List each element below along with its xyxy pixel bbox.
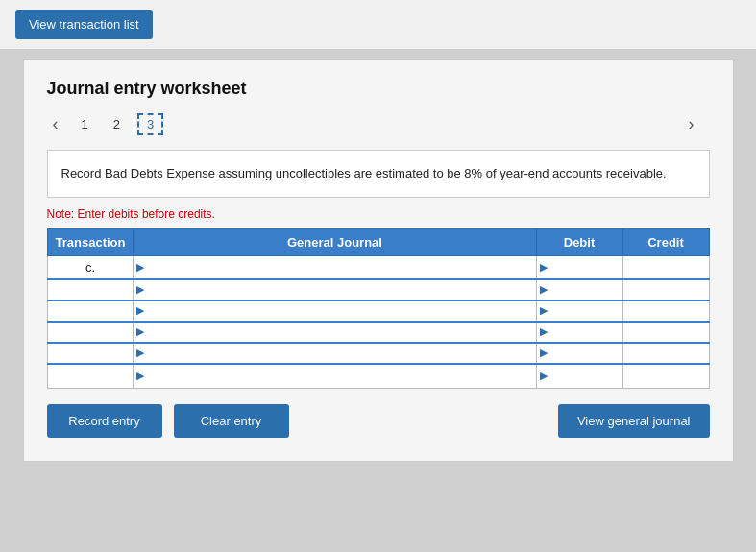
row-arrow-icon: ▶ xyxy=(134,283,144,296)
journal-cell[interactable]: ▶ xyxy=(134,322,536,343)
credit-input[interactable] xyxy=(623,280,709,300)
debit-arrow-icon: ▶ xyxy=(537,283,548,296)
pagination-page-1[interactable]: 1 xyxy=(74,115,96,133)
instruction-box: Record Bad Debts Expense assuming uncoll… xyxy=(47,150,710,198)
journal-cell[interactable]: ▶ xyxy=(134,364,536,389)
debit-arrow-icon: ▶ xyxy=(537,370,548,382)
credit-cell[interactable] xyxy=(622,364,709,389)
debit-arrow-icon: ▶ xyxy=(537,261,548,274)
pagination-spacer: › xyxy=(173,112,709,136)
row-arrow-icon: ▶ xyxy=(134,261,144,274)
header-credit: Credit xyxy=(622,228,709,255)
debit-input[interactable] xyxy=(548,301,622,321)
credit-cell[interactable] xyxy=(622,343,709,364)
table-row: ▶ ▶ xyxy=(47,322,709,343)
table-row: ▶ ▶ xyxy=(47,300,709,322)
journal-input[interactable] xyxy=(144,301,535,321)
credit-input[interactable] xyxy=(623,323,709,342)
debit-arrow-icon: ▶ xyxy=(537,325,548,338)
debit-input[interactable] xyxy=(548,365,622,389)
table-row: ▶ ▶ xyxy=(47,343,709,364)
debit-input[interactable] xyxy=(548,280,622,300)
transaction-cell xyxy=(47,279,134,300)
debit-input[interactable] xyxy=(548,344,622,363)
debit-cell[interactable]: ▶ xyxy=(536,322,622,343)
debit-input[interactable] xyxy=(548,256,622,278)
credit-cell[interactable] xyxy=(622,279,709,300)
debit-cell[interactable]: ▶ xyxy=(536,343,622,364)
credit-cell[interactable] xyxy=(622,300,709,322)
credit-cell[interactable] xyxy=(622,255,709,279)
main-container: Journal entry worksheet ‹ 1 2 3 › Record… xyxy=(23,59,734,462)
pagination-page-3[interactable]: 3 xyxy=(137,113,163,135)
debit-cell[interactable]: ▶ xyxy=(536,300,622,322)
journal-input[interactable] xyxy=(144,344,535,363)
debit-arrow-icon: ▶ xyxy=(537,304,548,317)
pagination-prev[interactable]: ‹ xyxy=(47,112,64,136)
credit-input[interactable] xyxy=(623,301,709,321)
journal-input[interactable] xyxy=(144,280,535,300)
header-debit: Debit xyxy=(536,228,622,255)
note-text: Note: Enter debits before credits. xyxy=(47,207,710,221)
header-transaction: Transaction xyxy=(47,228,134,255)
debit-cell[interactable]: ▶ xyxy=(536,255,622,279)
credit-input[interactable] xyxy=(623,256,709,278)
transaction-cell: c. xyxy=(47,255,134,279)
view-transaction-button[interactable]: View transaction list xyxy=(15,10,153,39)
debit-arrow-icon: ▶ xyxy=(537,347,548,359)
worksheet-title: Journal entry worksheet xyxy=(47,79,710,99)
table-row: ▶ ▶ xyxy=(47,279,709,300)
top-bar: View transaction list xyxy=(0,0,756,49)
journal-cell[interactable]: ▶ xyxy=(134,279,536,300)
credit-input[interactable] xyxy=(623,365,709,389)
view-general-journal-button[interactable]: View general journal xyxy=(558,404,710,438)
journal-cell[interactable]: ▶ xyxy=(134,343,536,364)
journal-cell[interactable]: ▶ xyxy=(134,300,536,322)
clear-entry-button[interactable]: Clear entry xyxy=(174,404,289,438)
row-arrow-icon: ▶ xyxy=(134,325,144,338)
journal-input[interactable] xyxy=(144,323,535,342)
row-arrow-icon: ▶ xyxy=(134,370,144,382)
header-general-journal: General Journal xyxy=(134,228,536,255)
debit-input[interactable] xyxy=(548,323,622,342)
transaction-cell xyxy=(47,322,134,343)
table-row: ▶ ▶ xyxy=(47,364,709,389)
record-entry-button[interactable]: Record entry xyxy=(47,404,162,438)
journal-cell[interactable]: ▶ xyxy=(134,255,536,279)
action-buttons: Record entry Clear entry View general jo… xyxy=(47,404,710,438)
journal-input[interactable] xyxy=(144,256,535,278)
debit-cell[interactable]: ▶ xyxy=(536,364,622,389)
pagination: ‹ 1 2 3 › xyxy=(47,112,710,136)
transaction-cell xyxy=(47,364,134,389)
credit-cell[interactable] xyxy=(622,322,709,343)
table-row: c. ▶ ▶ xyxy=(47,255,709,279)
transaction-cell xyxy=(47,343,134,364)
transaction-cell xyxy=(47,300,134,322)
pagination-next[interactable]: › xyxy=(683,112,700,136)
row-arrow-icon: ▶ xyxy=(134,304,144,317)
journal-table: Transaction General Journal Debit Credit… xyxy=(47,228,710,390)
row-arrow-icon: ▶ xyxy=(134,347,144,359)
debit-cell[interactable]: ▶ xyxy=(536,279,622,300)
journal-input[interactable] xyxy=(144,365,535,389)
pagination-page-2[interactable]: 2 xyxy=(106,115,128,133)
credit-input[interactable] xyxy=(623,344,709,363)
